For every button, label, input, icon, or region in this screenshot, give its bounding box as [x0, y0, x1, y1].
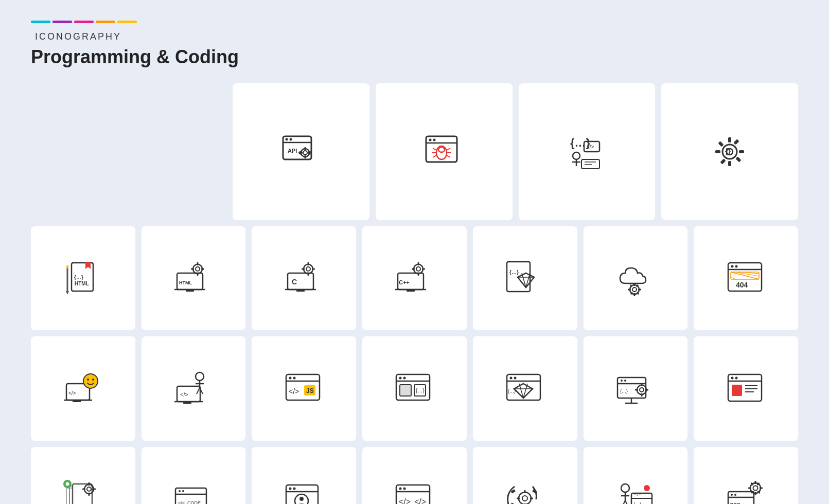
- svg-rect-49: [66, 265, 68, 268]
- svg-text:CSS: CSS: [730, 502, 740, 504]
- svg-rect-236: [754, 481, 756, 484]
- svg-rect-81: [418, 273, 419, 276]
- svg-rect-42: [733, 139, 739, 145]
- svg-point-229: [731, 494, 733, 496]
- svg-rect-76: [407, 290, 415, 292]
- developer-cell: </>: [142, 336, 246, 441]
- svg-rect-82: [422, 268, 425, 270]
- cloud-settings-cell: [584, 226, 688, 331]
- svg-rect-60: [197, 262, 199, 265]
- svg-text:{…}: {…}: [508, 389, 516, 394]
- svg-rect-7: [304, 147, 306, 150]
- color-bar-pink: [74, 21, 94, 23]
- cpp-settings-icon: C++: [394, 258, 435, 299]
- diamond-code-cell: {…}: [473, 336, 577, 441]
- svg-point-151: [621, 380, 623, 382]
- color-bar-yellow: [117, 21, 137, 23]
- c-settings-cell: C: [252, 226, 356, 331]
- svg-text:CODE: CODE: [187, 500, 201, 504]
- svg-point-142: [510, 376, 513, 379]
- svg-point-207: [522, 496, 527, 501]
- svg-point-135: [399, 376, 402, 379]
- code-icons-cell: </> </> </>: [362, 447, 467, 504]
- css-settings-cell: CSS: [694, 447, 798, 504]
- bug-browser-cell: [376, 83, 513, 220]
- color-bars: [31, 21, 137, 23]
- svg-text:</>: </>: [180, 391, 188, 398]
- svg-text:API: API: [288, 148, 297, 154]
- svg-point-79: [416, 267, 420, 271]
- svg-rect-39: [728, 161, 731, 166]
- svg-text:HTML: HTML: [179, 280, 192, 285]
- svg-text:</>: </>: [414, 497, 426, 504]
- svg-point-206: [519, 492, 531, 504]
- svg-rect-166: [732, 385, 742, 396]
- svg-rect-208: [524, 490, 526, 493]
- ui-browser-icon: [726, 368, 767, 409]
- svg-point-235: [753, 485, 757, 490]
- code-review-cell: {…} </>: [519, 83, 656, 220]
- svg-line-218: [622, 500, 625, 504]
- svg-rect-40: [739, 150, 744, 153]
- svg-point-59: [196, 267, 200, 271]
- svg-rect-43: [720, 158, 726, 164]
- svg-text:404: 404: [736, 281, 748, 289]
- svg-point-192: [293, 487, 295, 490]
- svg-text:</>: </>: [587, 144, 594, 150]
- 404-error-icon: 404: [726, 258, 767, 299]
- svg-text:{…}: {…}: [74, 275, 83, 280]
- svg-point-102: [731, 265, 733, 268]
- svg-point-121: [196, 372, 204, 381]
- svg-marker-48: [66, 291, 69, 295]
- svg-text:{…}: {…}: [509, 269, 519, 275]
- svg-rect-210: [530, 497, 533, 499]
- svg-point-199: [403, 487, 406, 490]
- svg-rect-63: [191, 268, 194, 270]
- svg-point-114: [83, 374, 98, 388]
- code-monitor-cell: </> CODE: [142, 447, 246, 504]
- svg-line-124: [197, 388, 200, 394]
- svg-marker-144: [514, 384, 533, 398]
- svg-point-157: [640, 388, 644, 392]
- svg-point-156: [637, 385, 646, 394]
- cloud-settings-icon: [615, 258, 656, 299]
- svg-rect-71: [307, 273, 309, 276]
- svg-rect-83: [412, 268, 415, 270]
- svg-text:{}: {}: [725, 147, 731, 155]
- 404-error-cell: 404: [694, 226, 798, 331]
- svg-line-219: [625, 500, 628, 504]
- svg-point-143: [514, 376, 517, 379]
- svg-point-68: [304, 264, 313, 274]
- svg-rect-95: [628, 289, 631, 291]
- svg-point-30: [573, 152, 580, 159]
- html-settings-icon: HTML: [173, 258, 214, 299]
- code-review-icon: {…} </>: [566, 131, 607, 172]
- cpp-settings-cell: C++: [362, 226, 467, 331]
- svg-point-20: [438, 147, 445, 152]
- js-browser-cell: </> JS: [252, 336, 356, 441]
- svg-point-128: [289, 376, 291, 379]
- file-settings-cell: [31, 447, 135, 504]
- svg-rect-72: [312, 268, 315, 270]
- svg-rect-137: [400, 385, 411, 396]
- search-browser-icon: [284, 479, 325, 504]
- svg-rect-94: [638, 289, 641, 291]
- css-settings-icon: CSS: [726, 479, 767, 504]
- svg-rect-80: [418, 262, 419, 265]
- svg-marker-51: [85, 262, 91, 269]
- svg-rect-159: [641, 393, 642, 397]
- svg-point-2: [285, 138, 288, 140]
- svg-text:</>: </>: [68, 390, 76, 396]
- svg-text:C++: C++: [399, 279, 410, 285]
- dev-setup-cell: {…} </>: [584, 447, 688, 504]
- svg-point-115: [87, 379, 89, 381]
- svg-point-129: [293, 376, 295, 379]
- svg-rect-211: [517, 497, 520, 499]
- svg-text:JS: JS: [306, 387, 314, 394]
- svg-text:HTML: HTML: [75, 281, 89, 286]
- svg-rect-180: [82, 488, 85, 490]
- page-title: Programming & Coding: [31, 46, 798, 68]
- file-settings-icon: [62, 479, 103, 504]
- js-browser-icon: </> JS: [284, 368, 325, 409]
- svg-line-21: [433, 148, 436, 150]
